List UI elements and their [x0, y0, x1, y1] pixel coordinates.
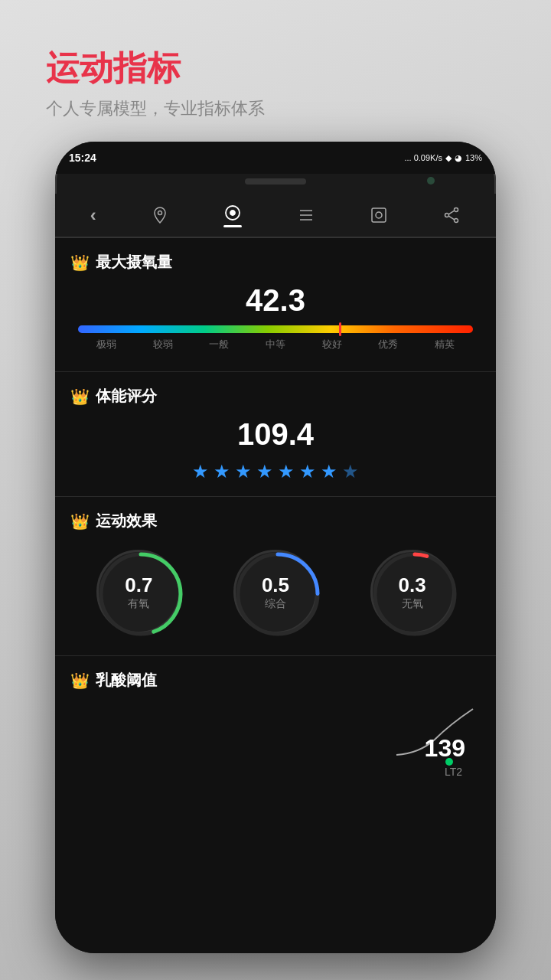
- crown-icon-fitness: 👑: [70, 387, 90, 406]
- svg-point-10: [455, 219, 458, 223]
- comprehensive-circle-wrap: 0.5 综合: [233, 550, 318, 634]
- star-3: ★: [235, 461, 252, 482]
- bar-label-1: 较弱: [135, 338, 191, 351]
- lactic-section: 👑 乳酸阈值 139 LT2: [55, 656, 496, 776]
- nav-map-icon[interactable]: [151, 206, 169, 224]
- status-bar: 15:24 ... 0.09K/s ◆ ◕ 13%: [55, 142, 496, 174]
- fitness-section: 👑 体能评分 109.4 ★ ★ ★ ★ ★ ★ ★ ★: [55, 372, 496, 497]
- anaerobic-circle: 0.3 无氧: [370, 550, 455, 634]
- stars-row: ★ ★ ★ ★ ★ ★ ★ ★: [70, 461, 481, 482]
- exercise-label: 运动效果: [96, 511, 157, 531]
- nav-list-icon[interactable]: [297, 206, 315, 224]
- nav-bar: ‹: [55, 194, 496, 238]
- star-4: ★: [256, 461, 273, 482]
- back-button[interactable]: ‹: [90, 204, 96, 226]
- svg-point-7: [376, 212, 382, 218]
- fitness-title-row: 👑 体能评分: [70, 386, 481, 407]
- bar-label-5: 优秀: [360, 338, 417, 351]
- bar-label-4: 较好: [304, 338, 360, 351]
- nav-search-icon[interactable]: [370, 206, 388, 224]
- effect-circles: 0.7 有氧 0.5 综合: [70, 542, 481, 642]
- rainbow-bar: [78, 325, 473, 333]
- star-5: ★: [278, 461, 295, 482]
- phone-speaker: [245, 178, 306, 185]
- bar-label-6: 精英: [416, 338, 473, 351]
- page-subtitle: 个人专属模型，专业指标体系: [46, 97, 265, 120]
- phone-content: 👑 最大摄氧量 42.3 极弱 较弱 一般 中等 较好 优秀 精英: [55, 238, 496, 953]
- fitness-value: 109.4: [70, 417, 481, 452]
- lactic-chart: 139 LT2: [70, 701, 481, 763]
- svg-point-17: [375, 554, 455, 634]
- star-7: ★: [321, 461, 337, 482]
- svg-point-8: [455, 208, 458, 212]
- bar-label-0: 极弱: [78, 338, 135, 351]
- star-1: ★: [192, 461, 209, 482]
- crown-icon-vo2max: 👑: [70, 253, 90, 272]
- crown-icon-lactic: 👑: [70, 671, 90, 690]
- status-right: ... 0.09K/s ◆ ◕ 13%: [404, 153, 482, 163]
- rainbow-marker: [339, 322, 341, 336]
- svg-line-12: [449, 216, 455, 220]
- comprehensive-circle: 0.5 综合: [233, 550, 318, 634]
- vo2max-label: 最大摄氧量: [96, 252, 172, 273]
- lactic-value: 139: [425, 734, 465, 763]
- phone-shell: 15:24 ... 0.09K/s ◆ ◕ 13% ‹: [55, 142, 496, 953]
- anaerobic-circle-wrap: 0.3 无氧: [370, 550, 455, 634]
- wifi-icon: ◕: [455, 153, 462, 163]
- page-title: 运动指标: [46, 46, 265, 91]
- svg-point-9: [445, 214, 449, 217]
- svg-line-11: [449, 211, 455, 214]
- lactic-sub-label: LT2: [445, 766, 462, 778]
- rainbow-bar-container: 极弱 较弱 一般 中等 较好 优秀 精英: [78, 325, 473, 351]
- svg-point-2: [230, 211, 235, 215]
- aerobic-circle-wrap: 0.7 有氧: [96, 550, 181, 634]
- battery-status: 13%: [465, 153, 482, 162]
- phone-camera: [427, 177, 435, 185]
- star-8: ★: [342, 461, 359, 482]
- star-6: ★: [299, 461, 316, 482]
- star-2: ★: [214, 461, 230, 482]
- bluetooth-icon: ◆: [445, 153, 452, 163]
- status-time: 15:24: [69, 152, 96, 164]
- vo2max-title-row: 👑 最大摄氧量: [70, 252, 481, 273]
- exercise-section: 👑 运动效果 0.7 有氧: [55, 497, 496, 656]
- nav-circle-icon[interactable]: [223, 204, 242, 227]
- fitness-label: 体能评分: [96, 386, 157, 407]
- lactic-label: 乳酸阈值: [96, 670, 157, 691]
- svg-rect-6: [372, 208, 386, 222]
- vo2max-value: 42.3: [70, 283, 481, 318]
- exercise-title-row: 👑 运动效果: [70, 511, 481, 531]
- bar-label-2: 一般: [191, 338, 247, 351]
- svg-point-0: [158, 211, 161, 215]
- nav-share-icon[interactable]: [442, 206, 461, 224]
- bar-label-3: 中等: [247, 338, 304, 351]
- crown-icon-exercise: 👑: [70, 512, 90, 531]
- header-area: 运动指标 个人专属模型，专业指标体系: [46, 46, 265, 120]
- bar-labels: 极弱 较弱 一般 中等 较好 优秀 精英: [78, 338, 473, 351]
- lactic-title-row: 👑 乳酸阈值: [70, 670, 481, 691]
- aerobic-circle: 0.7 有氧: [96, 550, 181, 634]
- network-status: ... 0.09K/s: [404, 153, 442, 162]
- vo2max-section: 👑 最大摄氧量 42.3 极弱 较弱 一般 中等 较好 优秀 精英: [55, 238, 496, 372]
